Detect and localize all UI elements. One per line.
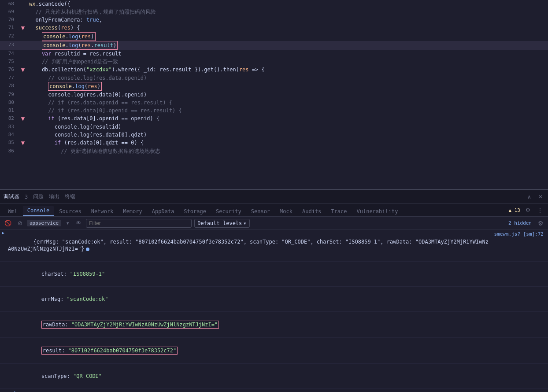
entry-errmsg: errMsg: "scanCode:ok" [14,288,546,311]
console-entry-result-field: result: "807102f6624bab0704750f3e78352c7… [0,338,548,364]
entry-content-1: {errMsg: "scanCode:ok", result: "807102f… [6,230,491,260]
code-line-74: 74 var resultid = res.result [0,50,548,58]
levels-label: Default levels [197,220,242,226]
tab-storage[interactable]: Storage [179,207,211,216]
code-line-70: 70 onlyFromCamera: true, [0,16,548,24]
tab-vulnerability[interactable]: Vulnerability [352,207,402,216]
expand-proto1[interactable]: ▶ [14,390,17,392]
tab-icons: ▲ 13 ⚙ ⋮ [509,206,545,214]
code-line-72: 72 console.log(res) [0,32,548,41]
tab-sources[interactable]: Sources [55,207,86,216]
console-toolbar: 🚫 ⊘ appservice ▼ 👁 Default levels ▾ 2 hi… [0,217,548,229]
entry-rawdata: rawData: "ODA3MTAyZjY2MjRiYWIwNzA0NzUwZj… [14,313,546,337]
code-line-77: 77 // console.log(res.data.openid) [0,74,548,82]
warning-badge: ▲ 13 [509,207,521,213]
devtools-toolbar: 调试器 3 问题 输出 终端 ∧ ✕ [0,190,548,204]
entry-proto1: __proto__: Object [19,390,546,392]
code-line-82: 82 ▼ if (res.data[0].openid == openid) { [0,115,548,123]
toolbar-label-issues: 问题 [33,193,44,200]
toolbar-label-debugger: 调试器 [4,193,19,200]
console-entry-proto1: ▶ __proto__: Object [0,389,548,392]
filter-input[interactable] [86,219,192,228]
devtools-tabs: Wml Console Sources Network Memory AppDa… [0,204,548,217]
console-entry-rawdata: rawData: "ODA3MTAyZjY2MjRiYWIwNzA0NzUwZj… [0,312,548,338]
no-entry-button[interactable]: ⊘ [16,219,24,227]
code-line-73: 73 console.log(res.result) [0,41,548,50]
code-line-80: 80 // if (res.data.openid == res.result)… [0,99,548,107]
entry-source-1[interactable]: smewm.js? [sm]:72 [491,230,546,238]
eye-button[interactable]: 👁 [74,219,83,227]
console-output[interactable]: ▶ {errMsg: "scanCode:ok", result: "80710… [0,229,548,392]
clear-console-button[interactable]: 🚫 [3,219,13,227]
settings-gear-button[interactable]: ⚙ [524,206,532,214]
expand-triangle-1[interactable]: ▶ [2,230,4,235]
toolbar-label-terminal: 终端 [65,193,75,200]
tab-appdata[interactable]: AppData [148,207,179,216]
code-line-69: 69 // 只允许从相机进行扫码，规避了拍照扫码的风险 [0,8,548,16]
code-line-71: 71 ▼ success(res) { [0,24,548,32]
tab-console[interactable]: Console [23,206,54,216]
console-entry-charset: charSet: "ISO8859-1" [0,262,548,287]
code-lines: 68 wx.scanCode({ 69 // 只允许从相机进行扫码，规避了拍照扫… [0,0,548,155]
code-line-84: 84 console.log(res.data[0].qdzt) [0,131,548,139]
code-line-79: 79 console.log(res.data[0].openid) [0,91,548,99]
code-line-86: 86 // 更新选择场地信息数据库的选场地状态 [0,147,548,155]
close-button[interactable]: ✕ [537,193,544,201]
tab-mock[interactable]: Mock [275,207,297,216]
entry-result-field: result: "807102f6624bab0704750f3e78352c7… [14,339,546,362]
code-line-83: 83 console.log(resultid) [0,123,548,131]
minimize-button[interactable]: ∧ [526,193,533,201]
tab-wml[interactable]: Wml [4,207,22,216]
code-line-81: 81 // if (res.data[0].openid == res.resu… [0,107,548,115]
code-line-75: 75 // 判断用户的openid是否一致 [0,58,548,66]
entry-charset: charSet: "ISO8859-1" [14,263,546,285]
console-entry-1: ▶ {errMsg: "scanCode:ok", result: "80710… [0,229,548,262]
code-editor: 68 wx.scanCode({ 69 // 只允许从相机进行扫码，规避了拍照扫… [0,0,548,189]
code-line-76: 76 ▼ db.collection("xzcdxx").where({ _id… [0,66,548,74]
code-line-85: 85 ▼ if (res.data[0].qdzt == 0) { [0,139,548,147]
tab-audits[interactable]: Audits [298,207,326,216]
code-line-68: 68 wx.scanCode({ [0,0,548,8]
console-settings-button[interactable]: ⚙ [536,219,545,228]
toolbar-label-3: 3 [25,194,28,200]
code-line-78: 78 console.log(res) [0,82,548,91]
appservice-dropdown[interactable]: appservice [27,220,61,226]
entry-scantype: scanType: "QR_CODE" [14,365,546,388]
tab-trace[interactable]: Trace [326,207,351,216]
tab-security[interactable]: Security [211,207,246,216]
devtools-panel: 调试器 3 问题 输出 终端 ∧ ✕ Wml Console Sources N… [0,189,548,392]
console-entry-errmsg: errMsg: "scanCode:ok" [0,287,548,312]
tab-sensor[interactable]: Sensor [247,207,274,216]
tab-memory[interactable]: Memory [118,207,146,216]
console-entry-scantype: scanType: "QR_CODE" [0,364,548,389]
default-levels-dropdown[interactable]: Default levels ▾ [194,219,249,228]
hidden-count: 2 hidden [508,220,532,226]
toolbar-label-output: 输出 [49,193,59,200]
more-options-button[interactable]: ⋮ [536,206,544,214]
tab-network[interactable]: Network [87,207,118,216]
filter-dropdown-button[interactable]: ▼ [64,220,71,226]
levels-chevron: ▾ [243,220,246,226]
